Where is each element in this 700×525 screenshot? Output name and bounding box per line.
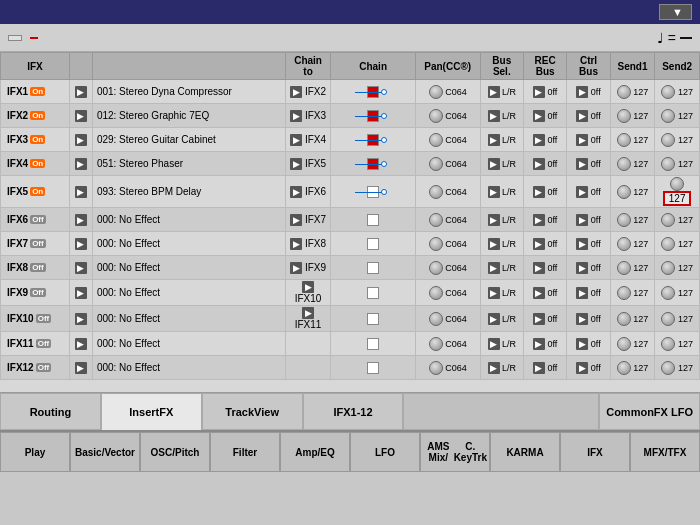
send1-knob[interactable]: [617, 261, 631, 275]
send1-cell[interactable]: 127: [610, 306, 655, 332]
arrow-cell[interactable]: ▶: [69, 128, 92, 152]
send1-knob[interactable]: [617, 237, 631, 251]
send1-knob[interactable]: [617, 85, 631, 99]
bus-arrow[interactable]: ▶: [488, 186, 500, 198]
send2-cell[interactable]: 127: [655, 208, 700, 232]
send2-knob[interactable]: [661, 361, 675, 375]
send2-knob[interactable]: [661, 213, 675, 227]
rec-arrow[interactable]: ▶: [533, 238, 545, 250]
bus-arrow[interactable]: ▶: [488, 262, 500, 274]
tab2-ifx[interactable]: IFX: [560, 432, 630, 472]
chain-to-cell[interactable]: ▶ IFX4: [285, 128, 331, 152]
arrow-cell[interactable]: ▶: [69, 306, 92, 332]
pan-cell[interactable]: C064: [415, 280, 480, 306]
pan-cell[interactable]: C064: [415, 80, 480, 104]
on-off-badge[interactable]: Off: [36, 363, 52, 372]
effect-name[interactable]: 000: No Effect: [92, 256, 285, 280]
bus-sel-cell[interactable]: ▶ L/R: [480, 280, 523, 306]
pan-cell[interactable]: C064: [415, 208, 480, 232]
pan-knob[interactable]: [429, 337, 443, 351]
tab1-track-view[interactable]: TrackView: [202, 393, 303, 430]
pan-cell[interactable]: C064: [415, 332, 480, 356]
pan-cell[interactable]: C064: [415, 256, 480, 280]
chain-arrow-icon[interactable]: ▶: [290, 110, 302, 122]
send1-cell[interactable]: 127: [610, 256, 655, 280]
on-off-badge[interactable]: Off: [30, 263, 46, 272]
chain-box[interactable]: [367, 362, 379, 374]
tab2-lfo[interactable]: LFO: [350, 432, 420, 472]
ctrl-arrow[interactable]: ▶: [576, 338, 588, 350]
chain-to-cell[interactable]: ▶ IFX9: [285, 256, 331, 280]
send1-knob[interactable]: [617, 133, 631, 147]
on-off-badge[interactable]: Off: [30, 239, 46, 248]
send1-knob[interactable]: [617, 213, 631, 227]
send2-knob[interactable]: [661, 261, 675, 275]
chain-to-cell[interactable]: ▶ IFX11: [285, 306, 331, 332]
send2-cell[interactable]: 127: [655, 80, 700, 104]
ctrl-arrow[interactable]: ▶: [576, 287, 588, 299]
send1-cell[interactable]: 127: [610, 232, 655, 256]
effect-name[interactable]: 093: Stereo BPM Delay: [92, 176, 285, 208]
ctrl-arrow[interactable]: ▶: [576, 262, 588, 274]
arrow-icon[interactable]: ▶: [75, 158, 87, 170]
rec-arrow[interactable]: ▶: [533, 214, 545, 226]
chain-arrow-icon[interactable]: ▶: [290, 86, 302, 98]
arrow-cell[interactable]: ▶: [69, 332, 92, 356]
send2-cell[interactable]: 127: [655, 152, 700, 176]
ctrl-arrow[interactable]: ▶: [576, 214, 588, 226]
on-off-badge[interactable]: Off: [30, 288, 46, 297]
on-off-badge[interactable]: Off: [30, 215, 46, 224]
on-off-badge[interactable]: On: [30, 111, 45, 120]
ctrl-bus-cell[interactable]: ▶ 0ff: [567, 208, 610, 232]
send2-cell[interactable]: 127: [655, 332, 700, 356]
send1-cell[interactable]: 127: [610, 80, 655, 104]
pan-knob[interactable]: [429, 157, 443, 171]
pan-knob[interactable]: [429, 312, 443, 326]
bus-sel-cell[interactable]: ▶ L/R: [480, 208, 523, 232]
bus-sel-cell[interactable]: ▶ L/R: [480, 256, 523, 280]
bpm-value[interactable]: [680, 37, 692, 39]
send2-cell[interactable]: 127: [655, 176, 700, 208]
arrow-cell[interactable]: ▶: [69, 232, 92, 256]
pan-knob[interactable]: [429, 109, 443, 123]
tab1-ifx-1-12[interactable]: IFX1-12: [303, 393, 404, 430]
ctrl-bus-cell[interactable]: ▶ 0ff: [567, 232, 610, 256]
rec-arrow[interactable]: ▶: [533, 338, 545, 350]
ctrl-arrow[interactable]: ▶: [576, 158, 588, 170]
ctrl-bus-cell[interactable]: ▶ 0ff: [567, 280, 610, 306]
chain-box[interactable]: [367, 214, 379, 226]
pan-cell[interactable]: C064: [415, 104, 480, 128]
send1-knob[interactable]: [617, 185, 631, 199]
arrow-icon[interactable]: ▶: [75, 313, 87, 325]
arrow-cell[interactable]: ▶: [69, 176, 92, 208]
bus-arrow[interactable]: ▶: [488, 158, 500, 170]
send2-knob[interactable]: [661, 312, 675, 326]
rec-arrow[interactable]: ▶: [533, 186, 545, 198]
chain-arrow-icon[interactable]: ▶: [302, 281, 314, 293]
rec-bus-cell[interactable]: ▶ 0ff: [523, 128, 566, 152]
ctrl-bus-cell[interactable]: ▶ 0ff: [567, 256, 610, 280]
tab1-insert-fx[interactable]: InsertFX: [101, 393, 202, 430]
bus-sel-cell[interactable]: ▶ L/R: [480, 232, 523, 256]
effect-name[interactable]: 000: No Effect: [92, 306, 285, 332]
pan-cell[interactable]: C064: [415, 232, 480, 256]
send1-knob[interactable]: [617, 337, 631, 351]
arrow-cell[interactable]: ▶: [69, 356, 92, 380]
arrow-icon[interactable]: ▶: [75, 338, 87, 350]
arrow-cell[interactable]: ▶: [69, 152, 92, 176]
rec-arrow[interactable]: ▶: [533, 134, 545, 146]
send2-cell[interactable]: 127: [655, 280, 700, 306]
ctrl-bus-cell[interactable]: ▶ 0ff: [567, 306, 610, 332]
pan-knob[interactable]: [429, 85, 443, 99]
chain-box[interactable]: [367, 338, 379, 350]
tab2-play[interactable]: Play: [0, 432, 70, 472]
send2-knob[interactable]: [670, 177, 684, 191]
on-off-badge[interactable]: Off: [36, 314, 52, 323]
ctrl-bus-cell[interactable]: ▶ 0ff: [567, 176, 610, 208]
effect-name[interactable]: 012: Stereo Graphic 7EQ: [92, 104, 285, 128]
arrow-cell[interactable]: ▶: [69, 80, 92, 104]
send1-cell[interactable]: 127: [610, 128, 655, 152]
pan-cell[interactable]: C064: [415, 152, 480, 176]
pan-cell[interactable]: C064: [415, 176, 480, 208]
ctrl-arrow[interactable]: ▶: [576, 86, 588, 98]
